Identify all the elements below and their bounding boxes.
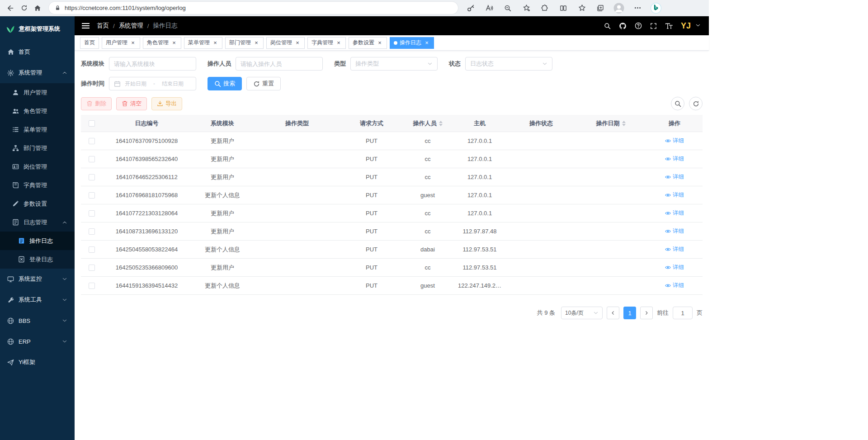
password-key-icon[interactable]	[465, 3, 476, 14]
row-checkbox[interactable]	[89, 228, 95, 235]
row-checkbox[interactable]	[89, 265, 95, 271]
sidebar-item-menu-mgmt[interactable]: 菜单管理	[0, 120, 75, 139]
detail-link[interactable]: 详细	[665, 246, 684, 253]
export-button[interactable]: 导出	[151, 97, 182, 110]
detail-link[interactable]: 详细	[665, 227, 684, 235]
back-icon[interactable]	[4, 1, 17, 15]
sidebar-item-oper-log[interactable]: 操作日志	[0, 232, 75, 250]
home-icon[interactable]	[31, 1, 44, 15]
sidebar-item-dept-mgmt[interactable]: 部门管理	[0, 139, 75, 157]
sort-carets[interactable]	[622, 121, 626, 126]
close-icon[interactable]: ×	[253, 40, 259, 46]
column-header-operator[interactable]: 操作人员	[403, 119, 452, 128]
sidebar-item-erp[interactable]: ERP	[0, 331, 75, 352]
detail-link[interactable]: 详细	[665, 191, 684, 199]
detail-link[interactable]: 详细	[665, 137, 684, 145]
collections-icon[interactable]	[595, 3, 606, 14]
breadcrumb-item[interactable]: 系统管理	[119, 22, 143, 30]
breadcrumb-item[interactable]: 首页	[97, 22, 109, 30]
sidebar-item-user-mgmt[interactable]: 用户管理	[0, 83, 75, 102]
row-checkbox[interactable]	[89, 210, 95, 217]
row-checkbox[interactable]	[89, 283, 95, 289]
sidebar-item-post-mgmt[interactable]: 岗位管理	[0, 157, 75, 176]
reset-button[interactable]: 重置	[246, 77, 281, 90]
column-header-id: 日志编号	[103, 119, 191, 128]
bing-icon[interactable]	[651, 3, 661, 14]
tab-param-settings[interactable]: 参数设置×	[349, 37, 387, 49]
close-icon[interactable]: ×	[130, 40, 136, 46]
prev-page-button[interactable]	[607, 307, 619, 319]
read-aloud-icon[interactable]	[484, 3, 495, 14]
row-checkbox[interactable]	[89, 246, 95, 253]
github-icon[interactable]	[619, 22, 627, 30]
sidebar-item-param-settings[interactable]: 参数设置	[0, 194, 75, 213]
status-select[interactable]: 日志状态	[465, 57, 552, 71]
address-bar[interactable]: https://ccnetcore.com:1101/system/log/op…	[49, 2, 458, 14]
close-icon[interactable]: ×	[335, 40, 342, 46]
toggle-search-button[interactable]	[671, 97, 684, 110]
sidebar-item-bbs[interactable]: BBS	[0, 310, 75, 331]
search-button[interactable]: 搜索	[208, 77, 242, 90]
split-screen-icon[interactable]	[558, 3, 569, 14]
close-icon[interactable]: ×	[294, 40, 301, 46]
detail-link[interactable]: 详细	[665, 155, 684, 163]
type-select[interactable]: 操作类型	[350, 57, 438, 71]
refresh-table-button[interactable]	[689, 97, 703, 110]
zoom-out-icon[interactable]	[502, 3, 513, 14]
add-favorite-icon[interactable]	[521, 3, 532, 14]
sidebar-item-login-log[interactable]: 登录日志	[0, 250, 75, 269]
goto-page-input[interactable]	[673, 307, 693, 319]
page-size-select[interactable]: 10条/页	[561, 307, 603, 319]
sidebar-item-home[interactable]: 首页	[0, 42, 75, 62]
tab-user-mgmt[interactable]: 用户管理×	[102, 37, 140, 49]
detail-link[interactable]: 详细	[665, 173, 684, 181]
sidebar-item-system-monitor[interactable]: 系统监控	[0, 269, 75, 289]
detail-link[interactable]: 详细	[665, 282, 684, 289]
detail-link[interactable]: 详细	[665, 264, 684, 271]
close-icon[interactable]: ×	[171, 40, 177, 46]
sidebar-item-role-mgmt[interactable]: 角色管理	[0, 102, 75, 120]
close-icon[interactable]: ×	[424, 40, 430, 46]
sidebar-item-dict-mgmt[interactable]: 字典管理	[0, 176, 75, 194]
next-page-button[interactable]	[640, 307, 653, 319]
sidebar-item-log-mgmt[interactable]: 日志管理	[0, 213, 75, 232]
row-checkbox[interactable]	[89, 156, 95, 162]
fullscreen-icon[interactable]	[650, 23, 657, 29]
extensions-icon[interactable]	[539, 3, 550, 14]
yi-logo[interactable]: YJ	[681, 21, 691, 31]
sidebar-toggle-icon[interactable]	[82, 23, 90, 28]
sidebar-item-system-mgmt[interactable]: 系统管理	[0, 62, 75, 83]
sidebar-item-yi-framework[interactable]: Yi框架	[0, 352, 75, 373]
detail-link[interactable]: 详细	[665, 209, 684, 217]
column-header-date[interactable]: 操作日期	[575, 119, 646, 128]
module-input[interactable]	[114, 61, 191, 67]
tab-role-mgmt[interactable]: 角色管理×	[143, 37, 181, 49]
select-all-checkbox[interactable]	[89, 120, 95, 127]
close-icon[interactable]: ×	[212, 40, 218, 46]
tab-home[interactable]: 首页	[80, 37, 99, 49]
chevron-down-icon[interactable]	[695, 23, 701, 28]
more-menu-icon[interactable]	[632, 3, 643, 14]
tab-post-mgmt[interactable]: 岗位管理×	[266, 37, 305, 49]
operator-input[interactable]	[241, 61, 318, 67]
font-size-icon[interactable]	[665, 22, 673, 30]
close-icon[interactable]: ×	[377, 40, 383, 46]
row-checkbox[interactable]	[89, 174, 95, 180]
row-checkbox[interactable]	[89, 192, 95, 199]
help-icon[interactable]	[635, 22, 642, 29]
sort-carets[interactable]	[439, 121, 443, 126]
tab-dept-mgmt[interactable]: 部门管理×	[225, 37, 264, 49]
sidebar-item-system-tools[interactable]: 系统工具	[0, 289, 75, 310]
tab-dict-mgmt[interactable]: 字典管理×	[307, 37, 346, 49]
tab-menu-mgmt[interactable]: 菜单管理×	[184, 37, 222, 49]
favorites-icon[interactable]	[576, 3, 587, 14]
tab-oper-log[interactable]: 操作日志×	[390, 37, 434, 49]
profile-avatar[interactable]	[613, 3, 624, 14]
refresh-page-icon[interactable]	[17, 1, 31, 15]
delete-button[interactable]: 删除	[81, 97, 112, 110]
row-checkbox[interactable]	[89, 138, 95, 144]
date-range-picker[interactable]: 开始日期 - 结束日期	[109, 77, 196, 90]
clear-button[interactable]: 清空	[116, 97, 147, 110]
current-page-button[interactable]: 1	[623, 307, 636, 319]
search-icon[interactable]	[604, 23, 611, 29]
